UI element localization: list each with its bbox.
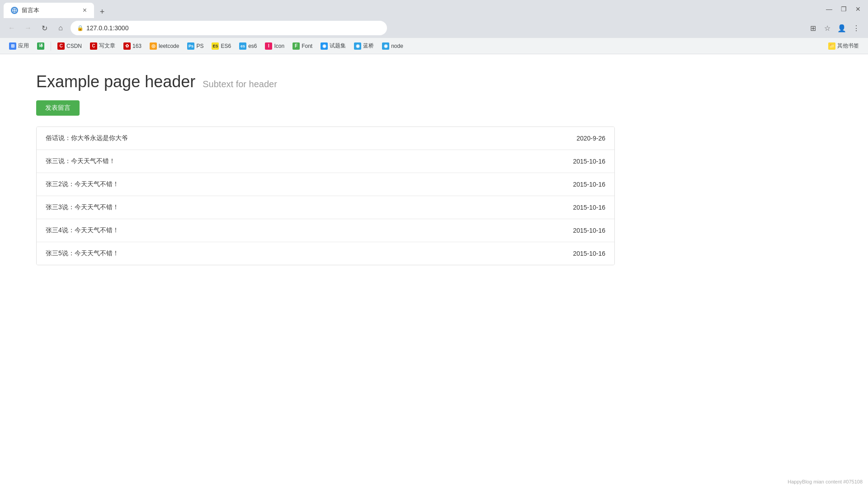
icon-favicon: I: [265, 42, 272, 50]
page-header: Example page header Subtext for header: [36, 72, 832, 91]
comment-row: 张三说：今天天气不错！2015-10-16: [37, 150, 614, 173]
bookmark-test[interactable]: ◉ 试题集: [317, 40, 349, 52]
comment-date: 2015-10-16: [573, 250, 605, 257]
active-tab[interactable]: 留言本 ×: [4, 3, 94, 18]
bookmark-es6[interactable]: ES ES6: [208, 41, 235, 52]
es6-2-favicon: es: [239, 42, 246, 50]
others-favicon: 📁: [828, 42, 835, 50]
address-input[interactable]: [86, 24, 381, 32]
tab-title: 留言本: [22, 6, 39, 14]
bookmark-bridge[interactable]: ◉ 蓝桥: [350, 40, 377, 52]
node-favicon: ◉: [382, 42, 389, 50]
forward-button[interactable]: →: [22, 22, 34, 34]
comment-text: 张三3说：今天天气不错！: [46, 203, 119, 211]
bookmark-icon[interactable]: I Icon: [261, 41, 288, 52]
profile-icon[interactable]: 👤: [835, 22, 848, 34]
write-favicon: C: [90, 42, 97, 50]
comment-date: 2015-10-16: [573, 158, 605, 165]
comment-row: 张三5说：今天天气不错！2015-10-16: [37, 242, 614, 265]
font-label: Font: [302, 43, 312, 49]
bookmark-163[interactable]: ✿ 163: [120, 41, 145, 52]
test-favicon: ◉: [321, 42, 328, 50]
es6-favicon: ES: [212, 42, 219, 50]
home-button[interactable]: ⌂: [54, 22, 67, 34]
es6-label: ES6: [221, 43, 231, 49]
comment-row: 张三4说：今天天气不错！2015-10-16: [37, 219, 614, 242]
comment-row: 张三2说：今天天气不错！2015-10-16: [37, 173, 614, 196]
close-button[interactable]: ✕: [852, 3, 864, 15]
comment-row: 俗话说：你大爷永远是你大爷2020-9-26: [37, 127, 614, 150]
bookmark-divider-1: [51, 42, 51, 51]
comment-date: 2015-10-16: [573, 227, 605, 234]
translate-icon[interactable]: ⊞: [807, 22, 819, 34]
comment-text: 张三说：今天天气不错！: [46, 157, 115, 165]
minimize-button[interactable]: —: [823, 3, 835, 15]
translate-favicon: 译: [37, 42, 44, 50]
page-title: Example page header: [36, 72, 195, 91]
bookmark-ps[interactable]: Ps PS: [184, 41, 207, 52]
bookmark-others[interactable]: 📁 其他书签: [825, 40, 863, 52]
comment-text: 张三4说：今天天气不错！: [46, 226, 119, 235]
back-button[interactable]: ←: [5, 22, 18, 34]
security-icon: 🔒: [77, 25, 84, 31]
title-bar: 留言本 × + — ❐ ✕: [0, 0, 868, 18]
footer-text: HappyBlog mian content #075108: [788, 479, 863, 484]
tab-favicon: [11, 7, 18, 14]
csdn-favicon: C: [57, 42, 65, 50]
reload-button[interactable]: ↻: [38, 22, 51, 34]
test-label: 试题集: [330, 42, 346, 50]
comment-text: 张三5说：今天天气不错！: [46, 249, 119, 258]
163-favicon: ✿: [123, 42, 131, 50]
bookmark-font[interactable]: F Font: [289, 41, 316, 52]
bookmark-write[interactable]: C 写文章: [86, 40, 119, 52]
bookmark-csdn[interactable]: C CSDN: [54, 41, 85, 52]
node-label: node: [391, 43, 403, 49]
bookmark-translate[interactable]: 译: [33, 41, 48, 52]
apps-favicon: ⊞: [9, 42, 16, 50]
window-controls: — ❐ ✕: [823, 3, 864, 15]
comment-row: 张三3说：今天天气不错！2015-10-16: [37, 196, 614, 219]
address-input-wrapper[interactable]: 🔒: [71, 21, 387, 35]
es6-2-label: es6: [248, 43, 257, 49]
icon-label: Icon: [274, 43, 284, 49]
comment-text: 俗话说：你大爷永远是你大爷: [46, 134, 128, 142]
bookmark-star-icon[interactable]: ☆: [821, 22, 834, 34]
bookmark-apps[interactable]: ⊞ 应用: [5, 40, 33, 52]
maximize-button[interactable]: ❐: [837, 3, 850, 15]
ps-label: PS: [196, 43, 203, 49]
new-tab-button[interactable]: +: [96, 5, 108, 18]
apps-label: 应用: [18, 42, 29, 50]
address-bar: ← → ↻ ⌂ 🔒 ⊞ ☆ 👤 ⋮: [0, 18, 868, 38]
browser-chrome: 留言本 × + — ❐ ✕ ← → ↻ ⌂ 🔒 ⊞ ☆ 👤 ⋮ ⊞: [0, 0, 868, 54]
tab-close-button[interactable]: ×: [83, 6, 87, 14]
bridge-label: 蓝桥: [363, 42, 374, 50]
bookmark-es6-2[interactable]: es es6: [236, 41, 260, 52]
bookmark-leetcode[interactable]: ◎ leetcode: [146, 41, 183, 52]
post-comment-button[interactable]: 发表留言: [36, 100, 80, 116]
menu-icon[interactable]: ⋮: [850, 22, 863, 34]
bookmarks-bar: ⊞ 应用 译 C CSDN C 写文章 ✿ 163 ◎ leetcode Ps …: [0, 38, 868, 54]
comments-list: 俗话说：你大爷永远是你大爷2020-9-26张三说：今天天气不错！2015-10…: [36, 127, 615, 265]
font-favicon: F: [292, 42, 300, 50]
csdn-label: CSDN: [66, 43, 82, 49]
tab-bar: 留言本 × +: [4, 0, 819, 18]
comment-text: 张三2说：今天天气不错！: [46, 180, 119, 188]
write-label: 写文章: [99, 42, 115, 50]
page-content: Example page header Subtext for header 发…: [0, 54, 868, 283]
toolbar-right: ⊞ ☆ 👤 ⋮: [807, 22, 863, 34]
leetcode-favicon: ◎: [150, 42, 157, 50]
page-subtext: Subtext for header: [203, 79, 277, 89]
others-label: 其他书签: [837, 42, 859, 50]
163-label: 163: [132, 43, 142, 49]
comment-date: 2015-10-16: [573, 204, 605, 211]
comment-date: 2015-10-16: [573, 181, 605, 188]
bridge-favicon: ◉: [354, 42, 361, 50]
comment-date: 2020-9-26: [576, 135, 605, 142]
bookmark-node[interactable]: ◉ node: [378, 41, 407, 52]
leetcode-label: leetcode: [159, 43, 179, 49]
ps-favicon: Ps: [187, 42, 194, 50]
